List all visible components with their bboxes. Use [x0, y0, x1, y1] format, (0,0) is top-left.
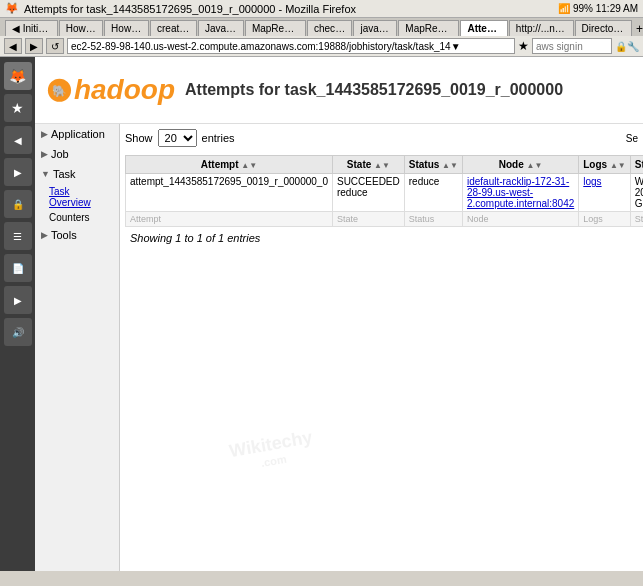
- tab-3[interactable]: create...: [150, 20, 197, 36]
- bookmark-icon[interactable]: ★: [518, 39, 529, 53]
- left-nav: ▶ Application ▶ Job ▼ Task Task Overview…: [35, 124, 120, 571]
- battery-indicator: 📶 99% 11:29 AM: [558, 3, 638, 14]
- footer-start-time: Start Tim: [630, 212, 643, 227]
- tab-1[interactable]: HowT...: [59, 20, 103, 36]
- tab-7[interactable]: java -...: [353, 20, 397, 36]
- content-wrapper: ▶ Application ▶ Job ▼ Task Task Overview…: [35, 124, 643, 571]
- forward-button[interactable]: ▶: [25, 38, 43, 54]
- back-button[interactable]: ◀: [4, 38, 22, 54]
- nav-tools-label: Tools: [51, 229, 77, 241]
- main-content: 🦊 ★ ◀ ▶ 🔒 ☰ 📄 ▶ 🔊 🐘 hadoop Attempts for …: [0, 57, 643, 571]
- address-bar[interactable]: [67, 38, 515, 54]
- sidebar-forward-icon[interactable]: ▶: [4, 158, 32, 186]
- svg-text:🐘: 🐘: [52, 83, 67, 97]
- page-title: Attempts for task_1443585172695_0019_r_0…: [185, 81, 563, 99]
- sidebar-doc-icon[interactable]: 📄: [4, 254, 32, 282]
- search-label-top: Se: [626, 133, 638, 144]
- tab-11[interactable]: Directory...: [575, 20, 632, 36]
- col-attempt[interactable]: Attempt ▲▼: [126, 156, 333, 174]
- browser-toolbar: ◀ ▶ ↺ ★ 🔒🔧: [0, 36, 643, 57]
- firefox-icon: 🦊: [5, 2, 19, 15]
- sidebar-star-icon[interactable]: ★: [4, 94, 32, 122]
- tab-6[interactable]: check...: [307, 20, 352, 36]
- sidebar-play-icon[interactable]: ▶: [4, 286, 32, 314]
- show-label: Show: [125, 132, 153, 144]
- footer-status: Status: [404, 212, 462, 227]
- tab-10[interactable]: http://...node: [509, 20, 574, 36]
- main-page-content: Wikitechy .com Show 20 10 50 entries Se: [120, 124, 643, 571]
- cell-attempt: attempt_1443585172695_0019_r_000000_0: [126, 174, 333, 212]
- col-state[interactable]: State ▲▼: [332, 156, 404, 174]
- attempts-table: Attempt ▲▼ State ▲▼ Status ▲▼ Node ▲▼ Lo…: [125, 155, 643, 227]
- browser-tabs: ◀ Initial... HowT... How t... create... …: [0, 18, 643, 36]
- entries-label: entries: [202, 132, 235, 144]
- nav-application-label: Application: [51, 128, 105, 140]
- sidebar-menu-icon[interactable]: ☰: [4, 222, 32, 250]
- browser-search[interactable]: [532, 38, 612, 54]
- footer-node: Node: [462, 212, 578, 227]
- nav-task-overview[interactable]: Task Overview: [35, 184, 119, 210]
- sidebar-back-icon[interactable]: ◀: [4, 126, 32, 154]
- tab-8[interactable]: MapRedu...: [398, 20, 459, 36]
- nav-job-label: Job: [51, 148, 69, 160]
- table-area: Show 20 10 50 entries Se Attempt ▲▼: [120, 124, 643, 571]
- sidebar-lock-icon[interactable]: 🔒: [4, 190, 32, 218]
- tab-9[interactable]: Attem...: [460, 20, 507, 36]
- nav-task[interactable]: ▼ Task: [35, 164, 119, 184]
- footer-attempt: Attempt: [126, 212, 333, 227]
- cell-logs: logs: [579, 174, 631, 212]
- nav-application[interactable]: ▶ Application: [35, 124, 119, 144]
- footer-logs: Logs: [579, 212, 631, 227]
- node-link[interactable]: idefault-racklip-172-31-28-99.us-west-2.…: [467, 176, 574, 209]
- cell-node: idefault-racklip-172-31-28-99.us-west-2.…: [462, 174, 578, 212]
- tab-4[interactable]: Java I...: [198, 20, 244, 36]
- showing-text: Showing 1 to 1 of 1 entries: [125, 227, 638, 249]
- nav-tools[interactable]: ▶ Tools: [35, 225, 119, 245]
- hadoop-logo: 🐘 hadoop: [45, 65, 175, 115]
- application-arrow: ▶: [41, 129, 48, 139]
- page-area: 🐘 hadoop Attempts for task_1443585172695…: [35, 57, 643, 571]
- logs-link[interactable]: logs: [583, 176, 601, 187]
- browser-titlebar: 🦊 Attempts for task_1443585172695_0019_r…: [0, 0, 643, 18]
- entries-select[interactable]: 20 10 50: [158, 129, 197, 147]
- footer-state: State: [332, 212, 404, 227]
- task-arrow: ▼: [41, 169, 50, 179]
- col-start-time[interactable]: Start Time ▲▼: [630, 156, 643, 174]
- tab-5[interactable]: MapRedu...: [245, 20, 306, 36]
- tools-arrow: ▶: [41, 230, 48, 240]
- page-header: 🐘 hadoop Attempts for task_1443585172695…: [35, 57, 643, 124]
- tab-0[interactable]: ◀ Initial...: [5, 20, 58, 36]
- sidebar-firefox-icon[interactable]: 🦊: [4, 62, 32, 90]
- show-entries: Show 20 10 50 entries Se: [125, 129, 638, 147]
- col-node[interactable]: Node ▲▼: [462, 156, 578, 174]
- refresh-button[interactable]: ↺: [46, 38, 64, 54]
- table-row: attempt_1443585172695_0019_r_000000_0 SU…: [126, 174, 644, 212]
- cell-state: SUCCEEDED reduce: [332, 174, 404, 212]
- new-tab-button[interactable]: +: [636, 22, 643, 36]
- sidebar-volume-icon[interactable]: 🔊: [4, 318, 32, 346]
- nav-job[interactable]: ▶ Job: [35, 144, 119, 164]
- titlebar-text: Attempts for task_1443585172695_0019_r_0…: [24, 3, 356, 15]
- table-footer-row: Attempt State Status Node Logs Start Tim…: [126, 212, 644, 227]
- col-logs[interactable]: Logs ▲▼: [579, 156, 631, 174]
- firefox-sidebar: 🦊 ★ ◀ ▶ 🔒 ☰ 📄 ▶ 🔊: [0, 57, 35, 571]
- tab-2[interactable]: How t...: [104, 20, 149, 36]
- cell-status: reduce: [404, 174, 462, 212]
- nav-counters[interactable]: Counters: [35, 210, 119, 225]
- job-arrow: ▶: [41, 149, 48, 159]
- hadoop-logo-text: hadoop: [74, 74, 175, 106]
- extensions-icon: 🔒🔧: [615, 41, 639, 52]
- cell-start-time: Wed, 30 Sep 2015 05:24:51 GMT: [630, 174, 643, 212]
- nav-task-label: Task: [53, 168, 76, 180]
- col-status[interactable]: Status ▲▼: [404, 156, 462, 174]
